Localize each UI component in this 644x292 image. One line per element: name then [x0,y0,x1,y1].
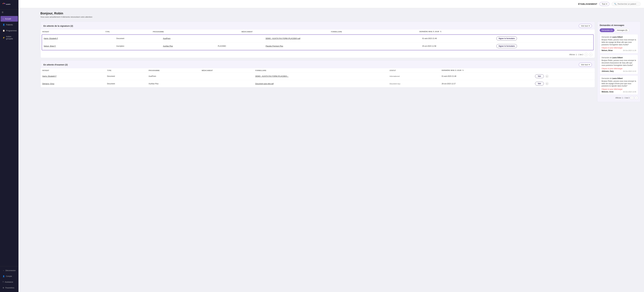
col-action [533,68,595,73]
formulaire-link[interactable]: Document sans titre.pdf [255,83,274,85]
sidebar: AUXITA ☰ ⌂ Accueil 👤 Patients 📋 Programm… [0,0,18,292]
type-cell: Document [105,80,147,87]
sidebar-item-programmes[interactable]: 📋 Programmes [0,28,18,33]
patient-link[interactable]: Harris, Elizabeth F [44,37,58,39]
voir-button[interactable]: Voir [535,82,544,85]
col-formulaire: FORMULAIRE [254,68,388,73]
formulaire-link[interactable]: Placebo Premium Plus [266,45,283,47]
patient-cell: Harris, Elizabeth F [40,73,105,80]
request-footer: Nelson, Brian 26-Oct-2023 11:26 [602,49,636,51]
prev-page-button[interactable]: ‹ [584,53,588,56]
formulaire-cell: Document sans titre.pdf [254,80,388,87]
table-row: Harris, Elizabeth F Document AuxiPrem DE… [42,35,593,42]
col-type: TYPE [105,68,147,73]
search-input[interactable] [618,3,638,5]
sidebar-item-compte[interactable]: 👤 Compte [0,274,18,279]
tab-messages[interactable]: messages (0) [615,28,629,32]
search-icon: 🔍 [614,3,616,5]
request-item: Demande de Laura Gilbert Bonjour Robin, … [600,76,638,95]
programme-link[interactable]: AuxiPrem [163,37,170,39]
search-box[interactable]: 🔍 [612,2,640,6]
parametres-icon: ⚙ [2,287,4,289]
sidebar-nav: ⌂ Accueil 👤 Patients 📋 Programmes ⚡ Acti… [0,15,18,266]
etablissement-dropdown[interactable]: Tout ▾ [600,2,609,6]
patient-link[interactable]: Nelson, Brian F. [44,45,56,47]
requests-title: Demandes et messages [600,24,638,26]
request-item: Demande de Laura Gilbert Bonjour Robin, … [600,55,638,74]
sort-icon[interactable]: ⇅ [462,69,464,71]
download-link[interactable]: Cliquez ici pour télécharger [602,47,622,49]
download-link[interactable]: Cliquez ici pour télécharger [602,88,622,90]
dismiss-icon[interactable]: ⊗ [546,75,548,78]
patient-link[interactable]: Harris, Elizabeth F [42,75,56,77]
signature-pagination: Afficher: 1 - 2 de 2 ‹ › [40,51,595,58]
col-date: DERNIÈRE MISE À JOUR ⇅ [440,68,533,73]
panel-pagination: Afficher: 1 - 3 de 3 ‹ › [600,96,638,100]
sidebar-item-label: Assistance [5,281,13,283]
table-row: Harris, Elizabeth F Document AuxiPrem DE… [40,73,595,80]
sidebar-item-parametres[interactable]: ⚙ Paramètres [0,285,18,291]
formulaire-link[interactable]: DEMO - AUXITA FAX FORM (PLACEBO).pdf [266,37,300,39]
col-date: DERNIÈRE MISE À JOUR ⇅ [418,29,574,34]
next-page-button[interactable]: › [634,96,638,100]
action-cell: Signer le formulaire [494,35,593,42]
signature-voir-tout-button[interactable]: Voir tout ▾ [579,24,592,28]
date-cell: 26-oct-2023 12:27 [440,80,533,87]
download-link[interactable]: Cliquez ici pour télécharger [602,68,622,70]
request-body: Bonjour Robin, pouvez-vous nous envoyer … [602,59,636,66]
sign-button[interactable]: Signer le formulaire [496,44,517,48]
dismiss-icon[interactable]: ⊗ [546,82,548,85]
voir-button[interactable]: Voir [535,74,544,78]
deconnexion-icon: → [2,270,4,272]
col-programme: PROGRAMME [151,29,240,34]
medicament-cell [200,80,254,87]
signature-table: PATIENT TYPE PROGRAMME MÉDICAMENT FORMUL… [40,29,595,34]
highlighted-rows: Harris, Elizabeth F Document AuxiPrem DE… [42,34,594,50]
requests-panel: Demandes et messages Demandes (3) messag… [597,21,640,102]
col-type: TYPE [104,29,151,34]
examen-table: PATIENT TYPE PROGRAMME MÉDICAMENT FORMUL… [40,68,595,88]
voir-tout-label: Voir tout [581,64,588,66]
programme-cell: AuxiPrem [161,35,216,42]
request-patient[interactable]: Webster, Anne [602,91,614,93]
main-content: Bonjour, Robin Vous avez actuellement 4 … [37,8,644,292]
request-from: Demande de Laura Gilbert [602,77,636,79]
sign-button[interactable]: Signer le formulaire [496,36,517,40]
request-body: Bonjour Robin, pouvez-vous nous envoyer … [602,80,636,87]
action-cell: Voir ⊗ [533,80,595,87]
next-page-button[interactable]: › [589,53,592,56]
sidebar-item-label: Action groupée [6,35,16,40]
request-item: Demande de Laura Gilbert Bonjour Robin, … [600,34,638,53]
sort-icon[interactable]: ⇅ [440,31,441,32]
col-patient: PATIENT [40,29,104,34]
request-footer: Webster, Anne 26-Oct-2023 13:45 [602,91,636,93]
medicament-cell: PLACEBO [216,42,264,50]
logo: AUXITA [0,0,18,9]
sidebar-item-accueil[interactable]: ⌂ Accueil [0,16,18,22]
requester-name: Laura Gilbert [612,57,623,59]
sidebar-item-deconnexion[interactable]: → Déconnexion [0,268,18,273]
request-patient[interactable]: Johnson, Gary [602,70,614,72]
examen-section: En attente d'examen (2) Voir tout ▾ PATI… [40,60,595,88]
programme-cell: AuxiPrem [147,73,200,80]
patients-icon: 👤 [2,24,5,26]
sidebar-item-action-groupee[interactable]: ⚡ Action groupée [0,34,18,41]
date-cell: 25-oct-2023 11:58 [420,42,494,50]
menu-toggle[interactable]: ☰ [0,9,18,15]
formulaire-link[interactable]: DEMO - AUXITA FAX FORM (PLACEBO)... [255,75,288,77]
patient-link[interactable]: Demarco, Erica [42,83,54,85]
etablissement-label: ÉTABLISSEMENT [578,3,597,5]
prev-page-button[interactable]: ‹ [630,96,634,100]
request-body: Bonjour Robin, pouvez-vous nous envoyer … [602,39,636,46]
pagination-label: Afficher: 1 - 2 de 2 [569,54,583,56]
sidebar-bottom: → Déconnexion 👤 Compte ? Assistance ⚙ Pa… [0,266,18,292]
welcome-title: Bonjour, Robin [40,11,640,15]
tab-demandes[interactable]: Demandes (3) [600,28,614,32]
request-patient[interactable]: Nelson, Brian [602,49,613,51]
col-formulaire: FORMULAIRE [329,29,418,34]
programme-link[interactable]: AuxNav Plus [163,45,173,47]
sidebar-item-patients[interactable]: 👤 Patients [0,22,18,27]
examen-voir-tout-button[interactable]: Voir tout ▾ [579,63,592,67]
sidebar-item-assistance[interactable]: ? Assistance [0,279,18,285]
request-footer: Johnson, Gary 26-Oct-2023 12:22 [602,70,636,72]
